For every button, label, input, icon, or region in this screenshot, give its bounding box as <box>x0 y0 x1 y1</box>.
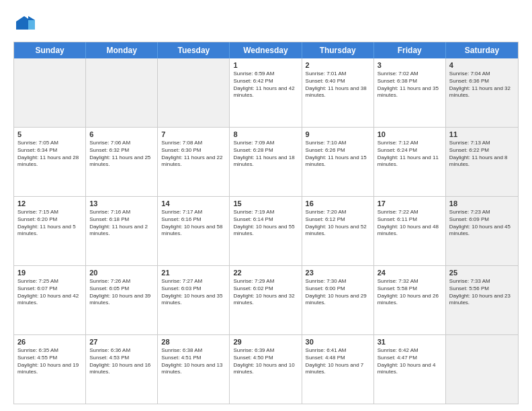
calendar-cell: 31Sunrise: 6:42 AM Sunset: 4:47 PM Dayli… <box>374 335 446 404</box>
header-day: Monday <box>86 42 158 58</box>
calendar-cell: 25Sunrise: 7:33 AM Sunset: 5:56 PM Dayli… <box>446 266 518 334</box>
calendar-cell: 21Sunrise: 7:27 AM Sunset: 6:03 PM Dayli… <box>158 266 230 334</box>
calendar-row: 12Sunrise: 7:15 AM Sunset: 6:20 PM Dayli… <box>14 197 518 266</box>
day-info: Sunrise: 7:10 AM Sunset: 6:26 PM Dayligh… <box>306 140 370 169</box>
calendar-cell: 30Sunrise: 6:41 AM Sunset: 4:48 PM Dayli… <box>302 335 374 404</box>
day-info: Sunrise: 7:02 AM Sunset: 6:38 PM Dayligh… <box>378 71 442 99</box>
day-number: 11 <box>449 130 515 138</box>
day-info: Sunrise: 7:09 AM Sunset: 6:28 PM Dayligh… <box>233 140 298 169</box>
day-number: 29 <box>233 338 298 346</box>
calendar-body: 1Sunrise: 6:59 AM Sunset: 6:42 PM Daylig… <box>14 58 518 404</box>
day-info: Sunrise: 7:01 AM Sunset: 6:40 PM Dayligh… <box>306 71 370 99</box>
header <box>13 11 519 35</box>
day-info: Sunrise: 6:41 AM Sunset: 4:48 PM Dayligh… <box>306 347 370 376</box>
day-number: 6 <box>89 130 154 138</box>
day-info: Sunrise: 7:30 AM Sunset: 6:00 PM Dayligh… <box>306 278 370 307</box>
day-number: 24 <box>378 269 442 277</box>
calendar-row: 1Sunrise: 6:59 AM Sunset: 6:42 PM Daylig… <box>14 58 518 128</box>
calendar-cell: 15Sunrise: 7:19 AM Sunset: 6:14 PM Dayli… <box>230 197 302 265</box>
day-number: 25 <box>449 269 515 277</box>
day-info: Sunrise: 7:26 AM Sunset: 6:05 PM Dayligh… <box>89 278 154 307</box>
calendar-cell: 20Sunrise: 7:26 AM Sunset: 6:05 PM Dayli… <box>86 266 158 334</box>
day-number: 16 <box>306 199 370 208</box>
calendar-cell: 4Sunrise: 7:04 AM Sunset: 6:36 PM Daylig… <box>446 58 518 127</box>
day-info: Sunrise: 6:39 AM Sunset: 4:50 PM Dayligh… <box>233 347 298 376</box>
page: SundayMondayTuesdayWednesdayThursdayFrid… <box>0 0 532 411</box>
calendar-cell: 18Sunrise: 7:23 AM Sunset: 6:09 PM Dayli… <box>446 197 518 265</box>
calendar-row: 19Sunrise: 7:25 AM Sunset: 6:07 PM Dayli… <box>14 266 518 335</box>
day-info: Sunrise: 7:04 AM Sunset: 6:36 PM Dayligh… <box>449 71 515 99</box>
day-info: Sunrise: 7:25 AM Sunset: 6:07 PM Dayligh… <box>17 278 82 307</box>
day-info: Sunrise: 7:12 AM Sunset: 6:24 PM Dayligh… <box>378 140 442 169</box>
calendar-cell: 7Sunrise: 7:08 AM Sunset: 6:30 PM Daylig… <box>158 128 230 196</box>
calendar-cell: 3Sunrise: 7:02 AM Sunset: 6:38 PM Daylig… <box>374 58 446 127</box>
calendar-cell: 14Sunrise: 7:17 AM Sunset: 6:16 PM Dayli… <box>158 197 230 265</box>
day-number: 14 <box>161 199 226 208</box>
day-number: 26 <box>17 338 82 346</box>
day-info: Sunrise: 7:16 AM Sunset: 6:18 PM Dayligh… <box>89 209 154 238</box>
day-number: 22 <box>233 269 298 277</box>
day-info: Sunrise: 7:13 AM Sunset: 6:22 PM Dayligh… <box>449 140 515 169</box>
calendar-cell <box>86 58 158 127</box>
day-info: Sunrise: 7:05 AM Sunset: 6:34 PM Dayligh… <box>17 140 82 169</box>
calendar-cell: 27Sunrise: 6:36 AM Sunset: 4:53 PM Dayli… <box>86 335 158 404</box>
header-day: Thursday <box>302 42 374 58</box>
calendar-cell: 24Sunrise: 7:32 AM Sunset: 5:58 PM Dayli… <box>374 266 446 334</box>
calendar-header: SundayMondayTuesdayWednesdayThursdayFrid… <box>14 42 518 58</box>
day-info: Sunrise: 7:33 AM Sunset: 5:56 PM Dayligh… <box>449 278 515 307</box>
day-info: Sunrise: 7:32 AM Sunset: 5:58 PM Dayligh… <box>378 278 442 307</box>
calendar-cell: 16Sunrise: 7:20 AM Sunset: 6:12 PM Dayli… <box>302 197 374 265</box>
logo <box>13 13 38 35</box>
header-day: Wednesday <box>230 42 302 58</box>
day-info: Sunrise: 6:42 AM Sunset: 4:47 PM Dayligh… <box>378 347 442 376</box>
calendar-cell: 22Sunrise: 7:29 AM Sunset: 6:02 PM Dayli… <box>230 266 302 334</box>
day-info: Sunrise: 6:36 AM Sunset: 4:53 PM Dayligh… <box>89 347 154 376</box>
calendar-cell: 9Sunrise: 7:10 AM Sunset: 6:26 PM Daylig… <box>302 128 374 196</box>
day-number: 9 <box>306 130 370 138</box>
day-number: 12 <box>17 199 82 208</box>
day-info: Sunrise: 6:38 AM Sunset: 4:51 PM Dayligh… <box>161 347 226 376</box>
day-number: 30 <box>306 338 370 346</box>
calendar-cell: 13Sunrise: 7:16 AM Sunset: 6:18 PM Dayli… <box>86 197 158 265</box>
day-info: Sunrise: 7:06 AM Sunset: 6:32 PM Dayligh… <box>89 140 154 169</box>
day-number: 18 <box>449 199 515 208</box>
day-info: Sunrise: 7:29 AM Sunset: 6:02 PM Dayligh… <box>233 278 298 307</box>
calendar-cell: 28Sunrise: 6:38 AM Sunset: 4:51 PM Dayli… <box>158 335 230 404</box>
day-number: 8 <box>233 130 298 138</box>
day-number: 27 <box>89 338 154 346</box>
day-number: 2 <box>306 61 370 69</box>
calendar-cell: 1Sunrise: 6:59 AM Sunset: 6:42 PM Daylig… <box>230 58 302 127</box>
day-number: 7 <box>161 130 226 138</box>
logo-icon <box>13 13 35 35</box>
day-info: Sunrise: 7:22 AM Sunset: 6:11 PM Dayligh… <box>378 209 442 238</box>
day-number: 21 <box>161 269 226 277</box>
calendar-cell: 12Sunrise: 7:15 AM Sunset: 6:20 PM Dayli… <box>14 197 86 265</box>
day-info: Sunrise: 7:15 AM Sunset: 6:20 PM Dayligh… <box>17 209 82 238</box>
calendar-row: 5Sunrise: 7:05 AM Sunset: 6:34 PM Daylig… <box>14 128 518 197</box>
calendar-cell <box>158 58 230 127</box>
calendar-cell: 2Sunrise: 7:01 AM Sunset: 6:40 PM Daylig… <box>302 58 374 127</box>
calendar-cell: 23Sunrise: 7:30 AM Sunset: 6:00 PM Dayli… <box>302 266 374 334</box>
day-number: 13 <box>89 199 154 208</box>
day-number: 17 <box>378 199 442 208</box>
day-number: 23 <box>306 269 370 277</box>
header-day: Saturday <box>446 42 518 58</box>
calendar-cell: 11Sunrise: 7:13 AM Sunset: 6:22 PM Dayli… <box>446 128 518 196</box>
calendar-cell: 8Sunrise: 7:09 AM Sunset: 6:28 PM Daylig… <box>230 128 302 196</box>
calendar-row: 26Sunrise: 6:35 AM Sunset: 4:55 PM Dayli… <box>14 335 518 404</box>
day-info: Sunrise: 7:08 AM Sunset: 6:30 PM Dayligh… <box>161 140 226 169</box>
calendar-cell <box>446 335 518 404</box>
svg-marker-2 <box>28 16 35 20</box>
calendar-cell: 5Sunrise: 7:05 AM Sunset: 6:34 PM Daylig… <box>14 128 86 196</box>
day-number: 1 <box>233 61 298 69</box>
header-day: Tuesday <box>158 42 230 58</box>
day-number: 31 <box>378 338 442 346</box>
day-info: Sunrise: 7:17 AM Sunset: 6:16 PM Dayligh… <box>161 209 226 238</box>
calendar-cell: 26Sunrise: 6:35 AM Sunset: 4:55 PM Dayli… <box>14 335 86 404</box>
day-info: Sunrise: 7:27 AM Sunset: 6:03 PM Dayligh… <box>161 278 226 307</box>
day-number: 15 <box>233 199 298 208</box>
day-number: 10 <box>378 130 442 138</box>
header-day: Friday <box>374 42 446 58</box>
day-number: 5 <box>17 130 82 138</box>
day-number: 20 <box>89 269 154 277</box>
